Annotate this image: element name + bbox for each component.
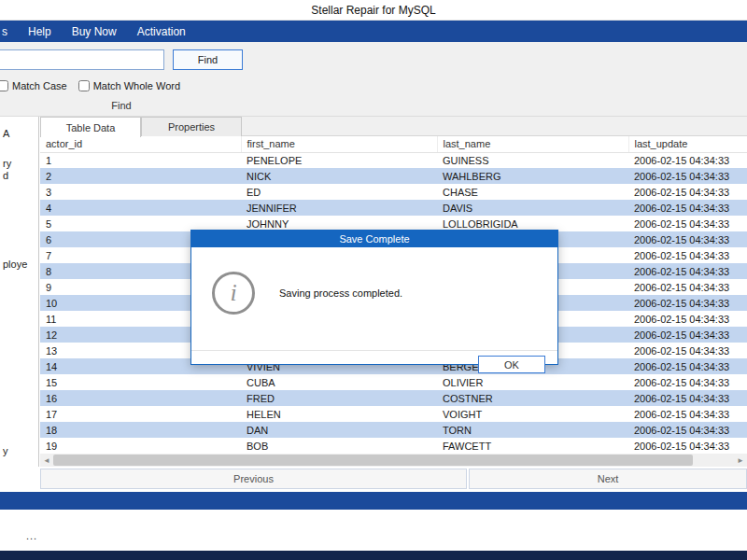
cell-last_name: CHASE [437, 184, 628, 200]
find-toolbar: Find Match Case Match Whole Word Find [0, 42, 747, 117]
cell-last_update: 2006-02-15 04:34:33 [628, 295, 747, 311]
cell-last_name: COSTNER [437, 390, 628, 406]
menu-item-buy-now[interactable]: Buy Now [62, 21, 127, 42]
cell-last_update: 2006-02-15 04:34:33 [628, 231, 747, 247]
match-whole-word-label: Match Whole Word [93, 80, 180, 91]
table-header-row: actor_idfirst_namelast_namelast_update [40, 136, 747, 152]
column-header-first_name[interactable]: first_name [241, 136, 437, 152]
tree-node-2[interactable]: d [3, 170, 8, 181]
match-case-checkbox[interactable] [0, 80, 8, 91]
cell-last_name: DAVIS [437, 200, 628, 216]
find-button[interactable]: Find [173, 49, 243, 70]
cell-first_name: CUBA [241, 374, 437, 390]
match-whole-word-option[interactable]: Match Whole Word [78, 80, 180, 91]
dialog-message: Saving process completed. [279, 287, 402, 299]
cell-last_update: 2006-02-15 04:34:33 [628, 358, 747, 374]
cell-last_update: 2006-02-15 04:34:33 [628, 279, 747, 295]
status-text: ... [26, 530, 37, 541]
status-area: ... [0, 510, 747, 551]
cell-actor_id: 4 [40, 200, 241, 216]
cell-last_update: 2006-02-15 04:34:33 [628, 263, 747, 279]
column-header-actor_id[interactable]: actor_id [40, 136, 241, 152]
save-complete-dialog: Save Complete i Saving process completed… [190, 230, 558, 365]
cell-last_name: GUINESS [437, 152, 628, 168]
cell-last_update: 2006-02-15 04:34:33 [628, 216, 747, 231]
window-title: Stellar Repair for MySQL [311, 4, 435, 17]
table-row[interactable]: 16FREDCOSTNER2006-02-15 04:34:33 [40, 390, 747, 406]
scroll-left-icon[interactable]: ◄ [40, 454, 53, 467]
menu-item-activation[interactable]: Activation [127, 21, 196, 42]
app-window: Stellar Repair for MySQL sHelpBuy NowAct… [0, 0, 747, 560]
cell-first_name: ED [241, 184, 437, 200]
cell-last_update: 2006-02-15 04:34:33 [628, 406, 747, 422]
tree-node-0[interactable]: A [3, 128, 9, 139]
cell-last_update: 2006-02-15 04:34:33 [628, 311, 747, 327]
find-group-label: Find [0, 100, 243, 111]
table-row[interactable]: 18DANTORN2006-02-15 04:34:33 [40, 422, 747, 438]
cell-last_update: 2006-02-15 04:34:33 [628, 184, 747, 200]
cell-last_update: 2006-02-15 04:34:33 [628, 343, 747, 358]
cell-last_update: 2006-02-15 04:34:33 [628, 327, 747, 343]
cell-first_name: FRED [241, 390, 437, 406]
scroll-right-icon[interactable]: ► [734, 454, 747, 467]
bottom-dark-bar [0, 551, 747, 560]
tab-properties[interactable]: Properties [141, 117, 242, 136]
table-row[interactable]: 17HELENVOIGHT2006-02-15 04:34:33 [40, 406, 747, 422]
cell-actor_id: 19 [40, 438, 241, 454]
cell-last_name: OLIVIER [437, 374, 628, 390]
scrollbar-thumb[interactable] [53, 455, 693, 466]
cell-last_name: TORN [437, 422, 628, 438]
find-input[interactable] [0, 49, 164, 70]
cell-last_name: FAWCETT [437, 438, 628, 454]
tab-table-data[interactable]: Table Data [40, 117, 141, 137]
cell-last_update: 2006-02-15 04:34:33 [628, 168, 747, 184]
cell-last_update: 2006-02-15 04:34:33 [628, 374, 747, 390]
cell-actor_id: 1 [40, 152, 241, 168]
tree-node-4[interactable]: y [3, 445, 8, 456]
bottom-blue-bar [0, 492, 747, 510]
table-row[interactable]: 4JENNIFERDAVIS2006-02-15 04:34:33 [40, 200, 747, 216]
cell-first_name: NICK [241, 168, 437, 184]
cell-first_name: BOB [241, 438, 437, 454]
horizontal-scrollbar[interactable]: ◄ ► [40, 454, 747, 467]
table-row[interactable]: 1PENELOPEGUINESS2006-02-15 04:34:33 [40, 152, 747, 168]
pagination-bar: Previous Next [40, 469, 747, 489]
column-header-last_update[interactable]: last_update [628, 136, 747, 152]
dialog-separator [191, 350, 557, 351]
cell-first_name: PENELOPE [241, 152, 437, 168]
find-options: Match Case Match Whole Word [0, 78, 191, 93]
menu-bar: sHelpBuy NowActivation [0, 21, 747, 42]
menu-item-s[interactable]: s [0, 21, 18, 42]
table-row[interactable]: 15CUBAOLIVIER2006-02-15 04:34:33 [40, 374, 747, 390]
column-header-last_name[interactable]: last_name [437, 136, 628, 152]
dialog-body: i Saving process completed. OK [191, 247, 557, 365]
tree-node-1[interactable]: ry [3, 158, 11, 169]
cell-last_name: WAHLBERG [437, 168, 628, 184]
cell-last_name: VOIGHT [437, 406, 628, 422]
dialog-titlebar[interactable]: Save Complete [191, 231, 557, 247]
cell-actor_id: 17 [40, 406, 241, 422]
cell-first_name: JENNIFER [241, 200, 437, 216]
cell-last_update: 2006-02-15 04:34:33 [628, 438, 747, 454]
database-tree-panel[interactable]: Arydployey [0, 117, 39, 467]
match-case-label: Match Case [12, 80, 67, 91]
table-row[interactable]: 3EDCHASE2006-02-15 04:34:33 [40, 184, 747, 200]
tab-strip: Table DataProperties [40, 117, 747, 136]
previous-page-button[interactable]: Previous [40, 469, 467, 489]
cell-actor_id: 3 [40, 184, 241, 200]
cell-actor_id: 18 [40, 422, 241, 438]
match-case-option[interactable]: Match Case [0, 80, 67, 91]
menu-item-help[interactable]: Help [18, 21, 62, 42]
next-page-button[interactable]: Next [469, 469, 747, 489]
cell-actor_id: 2 [40, 168, 241, 184]
cell-last_update: 2006-02-15 04:34:33 [628, 390, 747, 406]
table-row[interactable]: 19BOBFAWCETT2006-02-15 04:34:33 [40, 438, 747, 454]
match-whole-word-checkbox[interactable] [78, 80, 90, 91]
tree-node-3[interactable]: ploye [3, 259, 27, 270]
ok-button[interactable]: OK [478, 356, 545, 373]
table-row[interactable]: 2NICKWAHLBERG2006-02-15 04:34:33 [40, 168, 747, 184]
info-icon: i [212, 272, 255, 315]
cell-last_update: 2006-02-15 04:34:33 [628, 422, 747, 438]
cell-last_update: 2006-02-15 04:34:33 [628, 152, 747, 168]
cell-actor_id: 15 [40, 374, 241, 390]
